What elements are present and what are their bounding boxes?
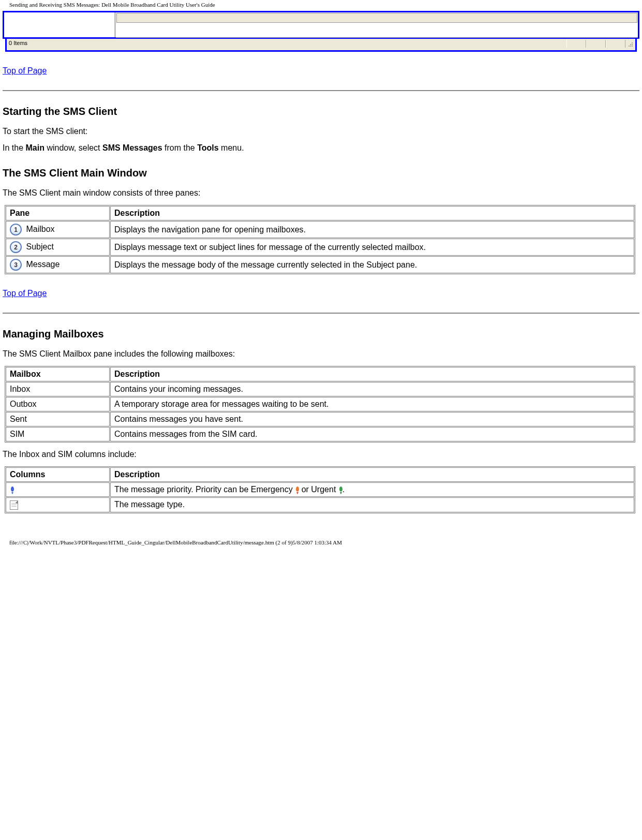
number-1-icon: 1 <box>10 224 22 235</box>
svg-marker-1 <box>11 492 13 494</box>
heading-starting-sms-client: Starting the SMS Client <box>3 106 639 117</box>
heading-sms-client-main-window: The SMS Client Main Window <box>3 167 639 179</box>
table-row: 3 Message Displays the message body of t… <box>6 256 634 273</box>
status-text: 0 Items <box>9 40 27 46</box>
table-header-row: Columns Description <box>6 467 634 482</box>
page-header-path: Sending and Receiving SMS Messages: Dell… <box>0 0 642 8</box>
svg-point-0 <box>11 487 14 492</box>
table-header: Columns <box>6 467 110 482</box>
panes-table: Pane Description 1 Mailbox Displays the … <box>5 205 635 274</box>
table-row: 2 Subject Displays message text or subje… <box>6 239 634 256</box>
svg-marker-3 <box>296 492 298 494</box>
app-screenshot-fragment: 0 Items <box>3 11 639 52</box>
priority-blue-icon <box>10 487 14 494</box>
paragraph: The Inbox and SIM columns include: <box>3 450 639 459</box>
mailboxes-table: Mailbox Description Inbox Contains your … <box>5 366 635 443</box>
paragraph: The SMS Client Mailbox pane includes the… <box>3 349 639 359</box>
columns-table: Columns Description The message priority… <box>5 466 635 513</box>
table-header: Mailbox <box>6 367 110 381</box>
number-2-icon: 2 <box>10 241 22 253</box>
table-header: Description <box>110 467 634 482</box>
table-header: Description <box>110 206 634 220</box>
table-row: The message priority. Priority can be Em… <box>6 482 634 497</box>
table-row: 1 Mailbox Displays the navigation pane f… <box>6 221 634 238</box>
table-row: SIM Contains messages from the SIM card. <box>6 427 634 441</box>
top-of-page-link[interactable]: Top of Page <box>3 289 47 298</box>
table-header-row: Mailbox Description <box>6 367 634 381</box>
table-row: The message type. <box>6 497 634 512</box>
divider <box>3 90 639 91</box>
resize-grip-icon[interactable] <box>625 40 634 48</box>
table-row: Outbox A temporary storage area for mess… <box>6 397 634 411</box>
svg-marker-5 <box>340 492 342 494</box>
svg-point-4 <box>339 487 342 492</box>
priority-urgent-icon <box>338 487 342 494</box>
table-header: Pane <box>6 206 110 220</box>
page-footer-path: file:///C|/Work/NVTL/Phase3/PDFRequest/H… <box>0 520 642 551</box>
paragraph: To start the SMS client: <box>3 127 639 136</box>
number-3-icon: 3 <box>10 259 22 271</box>
paragraph: In the Main window, select SMS Messages … <box>3 143 639 153</box>
table-header-row: Pane Description <box>6 206 634 220</box>
status-bar: 0 Items <box>5 39 637 52</box>
paragraph: The SMS Client main window consists of t… <box>3 188 639 198</box>
scrollbar-horizontal[interactable] <box>116 13 637 23</box>
svg-point-2 <box>296 487 299 492</box>
heading-managing-mailboxes: Managing Mailboxes <box>3 328 639 340</box>
table-row: Sent Contains messages you have sent. <box>6 412 634 426</box>
document-icon <box>10 500 18 510</box>
divider <box>3 313 639 314</box>
priority-emergency-icon <box>295 487 299 494</box>
table-header: Description <box>110 367 634 381</box>
table-row: Inbox Contains your incoming messages. <box>6 382 634 396</box>
top-of-page-link[interactable]: Top of Page <box>3 66 47 75</box>
